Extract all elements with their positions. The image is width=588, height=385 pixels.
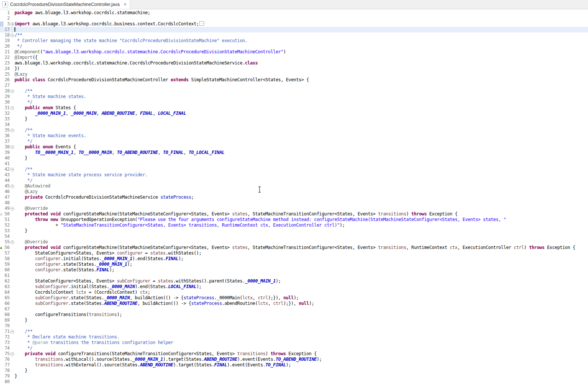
line-number[interactable]: 42: [4, 167, 10, 172]
line-number[interactable]: 55: [4, 239, 10, 245]
code-line[interactable]: transitions.withExternal().source(States…: [15, 362, 588, 368]
line-number[interactable]: 62: [4, 278, 10, 284]
line-number[interactable]: 41: [4, 161, 10, 167]
line-number[interactable]: 49: [4, 206, 10, 211]
line-number[interactable]: 47: [4, 195, 10, 200]
line-number[interactable]: 21: [4, 49, 10, 55]
code-line[interactable]: * @param transitions the transitions con…: [15, 340, 588, 345]
line-number[interactable]: 29: [4, 94, 10, 100]
code-line[interactable]: }: [15, 318, 588, 323]
code-line[interactable]: [15, 323, 588, 329]
code-line[interactable]: [15, 234, 588, 239]
code-line[interactable]: StateConfigurer<States, Events> subConfi…: [15, 278, 588, 284]
code-line[interactable]: import aws.bluage.l3.workshop.cocrdslc.b…: [15, 21, 588, 27]
line-number[interactable]: 52: [4, 223, 10, 228]
folded-region-box[interactable]: [199, 21, 204, 26]
code-line[interactable]: private CocrdslcProcedureDivisionStateMa…: [15, 195, 588, 200]
line-number[interactable]: 50: [4, 211, 10, 217]
line-number[interactable]: 48: [4, 200, 10, 206]
fold-toggle-icon[interactable]: [10, 168, 14, 171]
code-line[interactable]: @Lazy: [15, 189, 588, 195]
line-number[interactable]: 78: [4, 368, 10, 373]
line-number[interactable]: 70: [4, 323, 10, 329]
code-line[interactable]: */: [15, 100, 588, 105]
code-line[interactable]: configurer.state(States._0000_MAIN_1);: [15, 262, 588, 267]
fold-toggle-icon[interactable]: [10, 22, 14, 26]
code-line[interactable]: + "StateMachineTransitionConfigurer<Stat…: [15, 223, 588, 228]
line-number[interactable]: 72: [4, 334, 10, 340]
line-number[interactable]: 2: [4, 16, 10, 21]
line-number[interactable]: 73: [4, 340, 10, 345]
code-line[interactable]: @Override: [15, 206, 588, 211]
code-line[interactable]: public class CocrdslcProcedureDivisionSt…: [15, 77, 588, 83]
line-number[interactable]: 1: [4, 10, 10, 16]
code-line[interactable]: }: [15, 368, 588, 373]
line-number[interactable]: 25: [4, 72, 10, 77]
code-line[interactable]: [15, 306, 588, 312]
line-number[interactable]: 66: [4, 301, 10, 306]
code-line[interactable]: @Lazy: [15, 72, 588, 77]
fold-toggle-icon[interactable]: [10, 352, 14, 356]
line-number[interactable]: 3: [4, 21, 10, 27]
fold-toggle-icon[interactable]: [10, 330, 14, 334]
fold-toggle-icon[interactable]: [10, 34, 14, 37]
code-line[interactable]: @Component("aws.bluage.l3.workshop.cocrd…: [15, 49, 588, 55]
code-line[interactable]: [15, 16, 588, 21]
line-number[interactable]: 40: [4, 155, 10, 161]
code-line[interactable]: protected void configureStateMachine(Sta…: [15, 211, 588, 217]
code-line[interactable]: _0000_MAIN_1, _0000_MAIN, ABEND_ROUTINE,…: [15, 111, 588, 116]
line-number[interactable]: 23: [4, 60, 10, 66]
line-number[interactable]: 35: [4, 127, 10, 133]
fold-toggle-icon[interactable]: [10, 240, 14, 244]
code-line[interactable]: }: [15, 155, 588, 161]
line-number[interactable]: 75: [4, 351, 10, 357]
fold-toggle-icon[interactable]: [10, 184, 14, 188]
code-line[interactable]: [15, 200, 588, 206]
code-line[interactable]: aws.bluage.l3.workshop.cocrdslc.statemac…: [15, 60, 588, 66]
line-number[interactable]: 38: [4, 144, 10, 150]
code-line[interactable]: subConfigurer.state(States.ABEND_ROUTINE…: [15, 301, 588, 306]
code-line[interactable]: [15, 273, 588, 278]
line-number[interactable]: 68: [4, 312, 10, 318]
code-line[interactable]: }: [15, 373, 588, 379]
code-line[interactable]: /**: [15, 167, 588, 172]
fold-toggle-icon[interactable]: [10, 207, 14, 211]
line-number[interactable]: 64: [4, 290, 10, 295]
line-number[interactable]: 19: [4, 38, 10, 44]
line-number[interactable]: 27: [4, 83, 10, 88]
code-line[interactable]: transitions.withLocal().source(States._0…: [15, 357, 588, 362]
code-line[interactable]: * Controller managing the state machine …: [15, 38, 588, 44]
code-line[interactable]: * State machine states.: [15, 94, 588, 100]
line-number[interactable]: 28: [4, 88, 10, 94]
line-number[interactable]: 69: [4, 318, 10, 323]
code-line[interactable]: * State machine state process service pr…: [15, 172, 588, 178]
code-line[interactable]: [15, 83, 588, 88]
line-number[interactable]: 30: [4, 100, 10, 105]
code-line[interactable]: package aws.bluage.l3.workshop.cocrdslc.…: [15, 10, 588, 16]
code-line[interactable]: }: [15, 228, 588, 234]
line-number[interactable]: 54: [4, 234, 10, 239]
line-number[interactable]: 33: [4, 116, 10, 122]
code-line[interactable]: public enum States {: [15, 105, 588, 111]
code-line[interactable]: */: [15, 178, 588, 183]
line-number[interactable]: 57: [4, 250, 10, 256]
line-number[interactable]: 67: [4, 306, 10, 312]
line-number[interactable]: 76: [4, 357, 10, 362]
line-number[interactable]: 51: [4, 217, 10, 223]
editor-tab[interactable]: J CocrdslcProcedureDivisionStateMachineC…: [0, 0, 130, 9]
line-number[interactable]: 77: [4, 362, 10, 368]
line-number[interactable]: 74: [4, 345, 10, 351]
line-number[interactable]: 61: [4, 273, 10, 278]
code-line[interactable]: protected void configureStateMachine(Sta…: [15, 245, 588, 250]
code-line[interactable]: public enum Events {: [15, 144, 588, 150]
close-icon[interactable]: ×: [124, 2, 127, 7]
line-number[interactable]: 36: [4, 133, 10, 139]
line-number[interactable]: 63: [4, 284, 10, 290]
line-number[interactable]: 32: [4, 111, 10, 116]
code-line[interactable]: * Declare state machine transitions.: [15, 334, 588, 340]
fold-toggle-icon[interactable]: [10, 145, 14, 149]
code-line[interactable]: [15, 122, 588, 127]
line-number[interactable]: 79: [4, 373, 10, 379]
code-line[interactable]: /**: [15, 32, 588, 38]
line-number[interactable]: 53: [4, 228, 10, 234]
